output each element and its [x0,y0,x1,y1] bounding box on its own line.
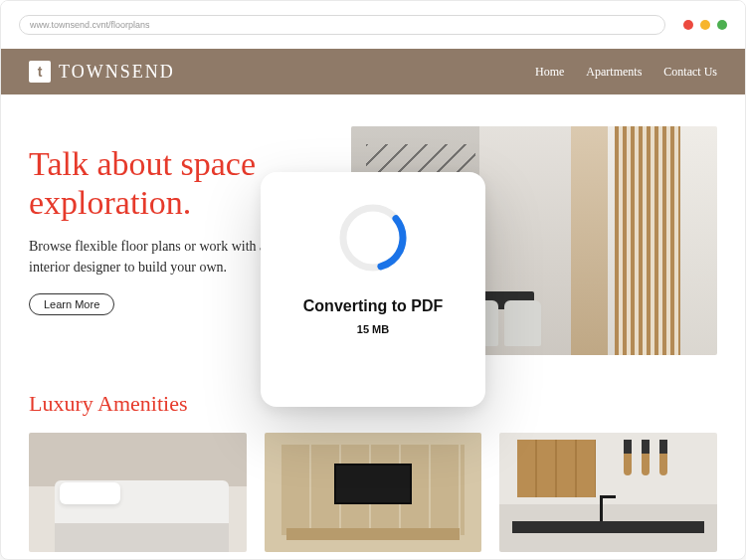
url-bar[interactable]: www.townsend.cvnt/floorplans [19,15,665,35]
nav-contact[interactable]: Contact Us [663,65,717,80]
amenities-grid [29,433,717,552]
site-header: t TOWNSEND Home Apartments Contact Us [1,49,745,94]
nav-apartments[interactable]: Apartments [586,65,642,80]
logo-mark-icon: t [29,61,51,83]
pillow-icon [60,482,120,504]
hero-subtitle: Browse flexible floor plans or work with… [29,236,278,278]
tv-icon [334,464,413,504]
browser-window: www.townsend.cvnt/floorplans t TOWNSEND … [0,0,746,560]
hero-title-line1: Talk about space [29,145,256,182]
converting-dialog: Converting to PDF 15 MB [261,172,485,407]
learn-more-button[interactable]: Learn More [29,293,114,315]
primary-nav: Home Apartments Contact Us [535,65,717,80]
amenity-card-media[interactable] [265,433,482,552]
faucet-icon [600,495,603,521]
dialog-filesize: 15 MB [357,323,389,335]
wood-slats [615,126,680,355]
dialog-title: Converting to PDF [303,297,443,315]
maximize-icon[interactable] [717,20,727,30]
brand-name: TOWNSEND [59,62,175,83]
cabinets [517,440,596,497]
browser-chrome: www.townsend.cvnt/floorplans [1,1,745,49]
brand-logo[interactable]: t TOWNSEND [29,61,175,83]
nav-home[interactable]: Home [535,65,564,80]
window-controls [683,20,727,30]
amenity-card-kitchen[interactable] [499,433,717,552]
counter [512,521,703,533]
shelf [286,528,461,540]
url-text: www.townsend.cvnt/floorplans [30,20,150,30]
pendant-lights-icon [613,440,678,475]
minimize-icon[interactable] [700,20,710,30]
close-icon[interactable] [683,20,693,30]
progress-spinner-icon [333,198,413,278]
hero-title-line2: exploration. [29,184,191,221]
amenity-card-bedroom[interactable] [29,433,247,552]
